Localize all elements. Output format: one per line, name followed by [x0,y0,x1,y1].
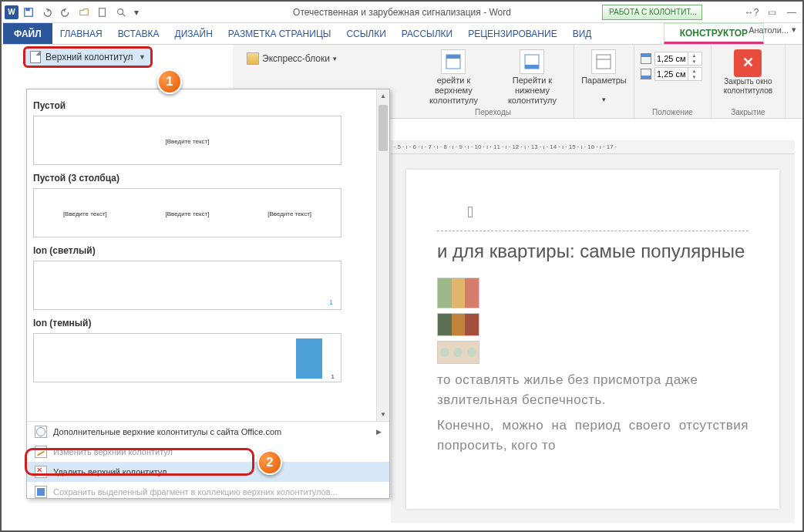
page[interactable]: и для квартиры: самые популярные то оста… [406,170,779,509]
tab-home[interactable]: ГЛАВНАЯ [52,23,110,44]
qat-redo-button[interactable] [57,4,74,21]
gallery-item-empty-3col[interactable]: [Введите текст] [Введите текст] [Введите… [33,188,341,237]
tab-file[interactable]: ФАЙЛ [3,23,52,44]
save-to-gallery-icon [35,486,47,498]
spin-down[interactable]: ▼ [688,59,700,65]
header-edit-area[interactable] [437,193,748,231]
delete-icon [35,466,47,478]
group-close: Закрытие [711,108,785,116]
spin-up[interactable]: ▲ [688,68,700,74]
text-cursor [468,207,473,217]
parameters-icon [591,49,616,74]
close-header-footer-button[interactable]: ✕ Закрыть окно колонтитулов [718,48,779,97]
window-title: Отечественная и зарубежная сигнализация … [293,7,511,18]
goto-header-button[interactable]: ерейти к верхнему колонтитулу [419,48,488,108]
qat-customize-button[interactable]: ▾ [131,4,142,21]
scroll-thumb[interactable] [378,105,388,151]
minimize-button[interactable]: — [784,5,799,20]
header-gallery-dropdown: ▲ ▼ Пустой [Введите текст] Пустой (3 сто… [26,89,390,499]
spin-up[interactable]: ▲ [688,52,700,59]
footer-margin-input[interactable] [655,69,688,79]
tab-references[interactable]: ССЫЛКИ [338,23,393,44]
inline-image [437,313,479,336]
scroll-down-icon[interactable]: ▼ [377,408,389,421]
tab-view[interactable]: ВИД [565,23,600,44]
edit-header-button[interactable]: Изменить верхний колонтитул [27,442,389,462]
tab-mailings[interactable]: РАССЫЛКИ [394,23,460,44]
header-margin-field[interactable]: ▲▼ [641,51,705,66]
horizontal-ruler[interactable]: · 5 · ı · 6 · ı · 7 · ı · 8 · ı · 9 · ı … [391,140,795,154]
qat-save-button[interactable] [20,4,37,21]
dropdown-caret-icon: ▼ [139,53,146,61]
header-dropdown-button[interactable]: Верхний колонтитул ▼ [23,46,153,68]
tab-page-layout[interactable]: РАЗМЕТКА СТРАНИЦЫ [220,23,339,44]
tab-review[interactable]: РЕЦЕНЗИРОВАНИЕ [460,23,564,44]
document-heading: и для квартиры: самые популярные [437,241,748,262]
tab-design[interactable]: ДИЗАЙН [167,23,220,44]
goto-header-icon [441,49,466,74]
qat-open-button[interactable] [76,4,93,21]
ribbon-display-button[interactable]: ▭ [764,5,779,20]
delete-header-button[interactable]: Удалить верхний колонтитул [27,462,389,482]
close-icon: ✕ [734,49,762,77]
gallery-section-label: Пустой (3 столбца) [33,173,383,184]
gallery-section-label: Ion (светлый) [33,245,383,256]
gallery-section-label: Ion (темный) [33,318,383,328]
inline-image [437,278,479,308]
express-blocks-icon [247,52,259,65]
contextual-tab-label: РАБОТА С КОЛОНТИТ... [602,5,702,20]
margin-bottom-icon [641,69,651,79]
group-navigation: Переходы [412,108,574,116]
gallery-footer: Дополнительные верхние колонтитулы с сай… [27,421,389,499]
group-position: Положение [634,108,711,116]
header-margin-input[interactable] [655,54,688,63]
body-paragraph: то оставлять жилье без присмотра даже зв… [437,370,748,409]
qat-undo-button[interactable] [39,4,56,21]
svg-rect-9 [597,55,611,69]
express-blocks-button[interactable]: Экспресс-блоки ▾ [241,49,343,68]
globe-icon [35,426,47,438]
gallery-scrollbar[interactable]: ▲ ▼ [376,89,389,421]
margin-top-icon [641,53,651,64]
gallery-item-ion-light[interactable] [33,261,341,310]
user-account[interactable]: Анатоли... ▾ [748,25,796,35]
inline-image [437,341,479,364]
save-selection-button: Сохранить выделенный фрагмент в коллекци… [27,482,389,499]
svg-rect-8 [525,65,539,69]
qat-new-button[interactable] [94,4,111,21]
callout-2: 2 [257,450,282,475]
body-paragraph: Конечно, можно на период своего отсутств… [437,416,748,455]
header-icon [30,51,41,63]
svg-line-4 [123,13,126,16]
gallery-item-ion-dark[interactable] [33,333,341,382]
document-area: и для квартиры: самые популярные то оста… [391,154,795,523]
parameters-button[interactable]: Параметры▾ [580,48,627,106]
gallery-item-empty[interactable]: [Введите текст] [33,116,341,165]
svg-rect-1 [26,8,30,11]
gallery-section-label: Пустой [33,100,383,111]
edit-icon [35,446,47,458]
ribbon-tabs: ФАЙЛ ГЛАВНАЯ ВСТАВКА ДИЗАЙН РАЗМЕТКА СТР… [2,23,802,45]
svg-point-3 [118,8,123,14]
spin-down[interactable]: ▼ [688,74,700,80]
scroll-up-icon[interactable]: ▲ [377,89,389,103]
goto-footer-button[interactable]: Перейти к нижнему колонтитулу [497,48,567,108]
submenu-arrow-icon: ▶ [376,428,382,436]
svg-rect-6 [446,55,460,59]
footer-margin-field[interactable]: ▲▼ [641,66,705,82]
goto-footer-icon [520,49,544,74]
more-from-office-button[interactable]: Дополнительные верхние колонтитулы с сай… [27,422,389,442]
app-icon: W [5,5,19,19]
tab-insert[interactable]: ВСТАВКА [110,23,167,44]
callout-1: 1 [157,69,182,94]
title-bar: W ▾ Отечественная и зарубежная сигнализа… [2,2,802,23]
help-toolbar-button[interactable]: ↔? [744,5,759,20]
svg-rect-2 [99,8,106,16]
qat-preview-button[interactable] [113,4,130,21]
